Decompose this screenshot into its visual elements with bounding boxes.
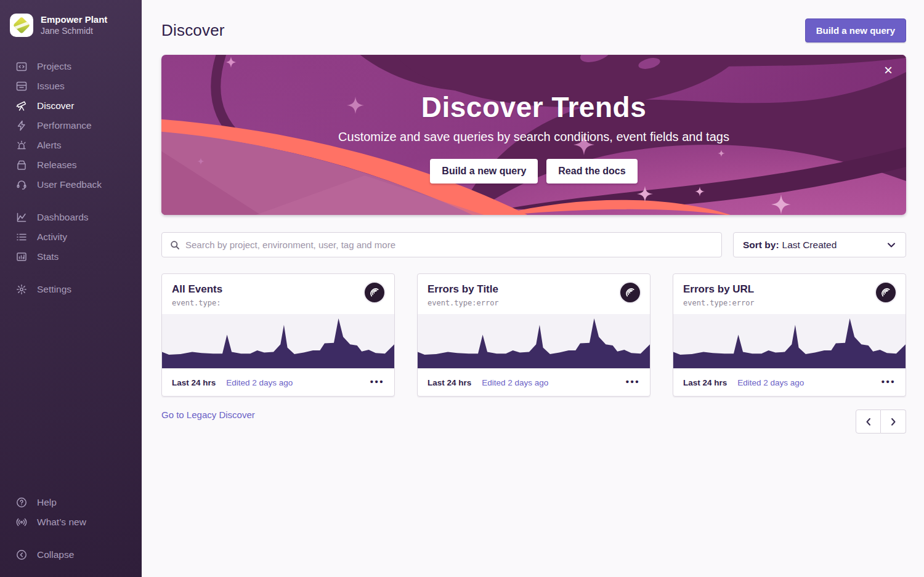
nav-divider xyxy=(0,532,142,545)
banner-content: Discover Trends Customize and save queri… xyxy=(161,55,906,215)
chevron-down-icon xyxy=(886,240,896,250)
page-title: Discover xyxy=(161,21,225,40)
query-toolbar: Sort by: Last Created xyxy=(161,232,906,257)
sidebar-item-activity[interactable]: Activity xyxy=(0,227,142,247)
sidebar-item-label: Collapse xyxy=(37,549,74,561)
releases-icon xyxy=(15,159,28,171)
sidebar-item-help[interactable]: Help xyxy=(0,493,142,512)
card-footer: Last 24 hrs Edited 2 days ago ••• xyxy=(673,368,906,396)
sidebar-item-label: Stats xyxy=(37,251,59,263)
sparkline-chart xyxy=(418,314,650,368)
sentry-logo-icon xyxy=(880,287,892,299)
siren-icon xyxy=(15,139,28,151)
broadcast-icon xyxy=(15,516,28,528)
chevron-right-icon xyxy=(888,417,898,427)
sentry-logo-icon xyxy=(369,287,381,299)
chevron-left-icon xyxy=(864,417,873,427)
card-context-menu-icon[interactable]: ••• xyxy=(626,374,640,392)
telescope-icon xyxy=(15,100,28,112)
sidebar-item-label: Projects xyxy=(37,60,71,73)
saved-query-cards: All Events event.type: Last 24 hrs Edite… xyxy=(161,273,906,397)
sparkline-chart xyxy=(673,314,906,368)
card-edited: Edited 2 days ago xyxy=(482,378,548,387)
card-footer: Last 24 hrs Edited 2 days ago ••• xyxy=(418,368,650,396)
collapse-icon xyxy=(15,549,28,561)
sidebar-item-alerts[interactable]: Alerts xyxy=(0,135,142,155)
list-icon xyxy=(15,231,28,243)
sidebar-item-discover[interactable]: Discover xyxy=(0,96,142,116)
sidebar-nav: Projects Issues Discover Performance Ale… xyxy=(0,57,142,299)
card-title: All Events xyxy=(172,283,384,296)
card-edited: Edited 2 days ago xyxy=(226,378,293,387)
sidebar-item-projects[interactable]: Projects xyxy=(0,57,142,76)
card-title: Errors by Title xyxy=(428,283,640,296)
query-card-all-events[interactable]: All Events event.type: Last 24 hrs Edite… xyxy=(161,273,395,397)
sidebar-item-label: Alerts xyxy=(37,139,62,151)
bottom-row: Go to Legacy Discover xyxy=(161,410,906,434)
banner-close-icon[interactable]: × xyxy=(879,61,898,79)
sidebar-item-releases[interactable]: Releases xyxy=(0,155,142,175)
sort-dropdown[interactable]: Sort by: Last Created xyxy=(733,232,906,257)
banner-subtitle: Customize and save queries by search con… xyxy=(338,130,729,144)
pagination-next-button[interactable] xyxy=(881,410,906,434)
banner-build-query-button[interactable]: Build a new query xyxy=(430,159,538,184)
banner-title: Discover Trends xyxy=(421,91,646,124)
build-new-query-button[interactable]: Build a new query xyxy=(805,18,906,42)
pagination xyxy=(856,410,906,434)
stats-icon xyxy=(15,251,28,263)
card-query: event.type:error xyxy=(428,299,640,307)
sidebar-item-label: Dashboards xyxy=(37,211,89,224)
sidebar-item-stats[interactable]: Stats xyxy=(0,247,142,267)
card-context-menu-icon[interactable]: ••• xyxy=(370,374,384,392)
banner-actions: Build a new query Read the docs xyxy=(430,159,637,184)
card-footer: Last 24 hrs Edited 2 days ago ••• xyxy=(162,368,394,396)
org-switcher[interactable]: Empower Plant Jane Schmidt xyxy=(0,9,142,41)
page-header: Discover Build a new query xyxy=(142,0,924,55)
org-user-name: Jane Schmidt xyxy=(41,26,107,37)
sidebar-item-settings[interactable]: Settings xyxy=(0,280,142,299)
nav-divider xyxy=(0,267,142,280)
sort-label: Sort by: xyxy=(743,240,779,251)
sidebar-item-label: Discover xyxy=(37,100,74,112)
sentry-avatar xyxy=(619,281,641,304)
pagination-previous-button[interactable] xyxy=(856,410,881,434)
sidebar-item-label: Releases xyxy=(37,159,77,171)
org-name: Empower Plant xyxy=(41,14,107,26)
sparkline-chart xyxy=(162,314,394,368)
sidebar-footer-nav: Help What’s new Collapse xyxy=(0,493,142,565)
sidebar-item-label: Activity xyxy=(37,231,67,243)
search-icon xyxy=(170,240,180,250)
sidebar-item-whats-new[interactable]: What’s new xyxy=(0,512,142,532)
sentry-avatar xyxy=(875,281,897,304)
sidebar-item-label: Issues xyxy=(37,80,65,92)
sidebar-item-user-feedback[interactable]: User Feedback xyxy=(0,175,142,195)
card-edited: Edited 2 days ago xyxy=(737,378,804,387)
sidebar-item-label: Settings xyxy=(37,283,71,296)
sidebar-item-issues[interactable]: Issues xyxy=(0,76,142,96)
sentry-avatar xyxy=(363,281,386,304)
support-icon xyxy=(15,179,28,191)
question-icon xyxy=(15,496,28,509)
legacy-discover-link[interactable]: Go to Legacy Discover xyxy=(161,410,255,420)
sidebar-item-performance[interactable]: Performance xyxy=(0,116,142,135)
search-box[interactable] xyxy=(161,232,722,257)
card-context-menu-icon[interactable]: ••• xyxy=(881,374,896,392)
discover-trends-banner: × Discover Trends Customize and save que… xyxy=(161,55,906,215)
sidebar-collapse-button[interactable]: Collapse xyxy=(0,545,142,565)
sort-value: Last Created xyxy=(782,240,837,251)
projects-icon xyxy=(15,60,28,73)
main-content: Discover Build a new query xyxy=(142,0,924,577)
sidebar-item-dashboards[interactable]: Dashboards xyxy=(0,208,142,227)
card-timeframe: Last 24 hrs xyxy=(172,378,216,387)
sidebar-item-label: User Feedback xyxy=(37,179,102,191)
query-card-errors-by-title[interactable]: Errors by Title event.type:error Last 24… xyxy=(417,273,650,397)
banner-read-docs-button[interactable]: Read the docs xyxy=(546,159,637,184)
org-logo-icon xyxy=(13,17,30,34)
org-avatar xyxy=(10,14,33,37)
issues-icon xyxy=(15,80,28,92)
org-names: Empower Plant Jane Schmidt xyxy=(41,14,107,36)
search-input[interactable] xyxy=(185,240,713,250)
gear-icon xyxy=(15,283,28,296)
card-timeframe: Last 24 hrs xyxy=(683,378,727,387)
query-card-errors-by-url[interactable]: Errors by URL event.type:error Last 24 h… xyxy=(673,273,906,397)
